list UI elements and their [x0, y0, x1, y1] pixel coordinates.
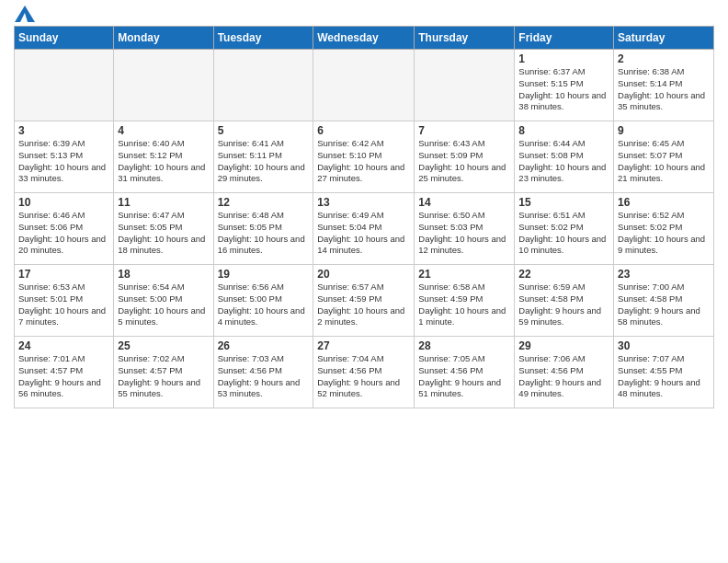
day-number: 22 [518, 268, 609, 281]
calendar-cell [415, 50, 515, 121]
day-number: 26 [218, 339, 310, 352]
calendar-cell: 1Sunrise: 6:37 AM Sunset: 5:15 PM Daylig… [515, 50, 614, 121]
calendar-cell: 10Sunrise: 6:46 AM Sunset: 5:06 PM Dayli… [15, 193, 114, 265]
weekday-thursday: Thursday [415, 27, 515, 50]
day-number: 21 [418, 268, 510, 281]
day-number: 5 [218, 124, 310, 137]
day-info: Sunrise: 6:50 AM Sunset: 5:03 PM Dayligh… [418, 210, 510, 257]
weekday-monday: Monday [114, 27, 213, 50]
weekday-sunday: Sunday [15, 27, 114, 50]
day-info: Sunrise: 6:49 AM Sunset: 5:04 PM Dayligh… [317, 210, 410, 257]
calendar-cell: 22Sunrise: 6:59 AM Sunset: 4:58 PM Dayli… [515, 265, 614, 337]
day-info: Sunrise: 6:56 AM Sunset: 5:00 PM Dayligh… [218, 282, 310, 328]
calendar-cell: 20Sunrise: 6:57 AM Sunset: 4:59 PM Dayli… [313, 265, 415, 337]
day-info: Sunrise: 6:46 AM Sunset: 5:06 PM Dayligh… [18, 210, 109, 257]
calendar-cell: 6Sunrise: 6:42 AM Sunset: 5:10 PM Daylig… [313, 121, 415, 193]
calendar-cell: 23Sunrise: 7:00 AM Sunset: 4:58 PM Dayli… [614, 265, 714, 337]
calendar-week-5: 24Sunrise: 7:01 AM Sunset: 4:57 PM Dayli… [15, 337, 714, 408]
calendar-cell [15, 50, 114, 121]
calendar-cell: 27Sunrise: 7:04 AM Sunset: 4:56 PM Dayli… [313, 337, 415, 408]
calendar-cell: 5Sunrise: 6:41 AM Sunset: 5:11 PM Daylig… [213, 121, 313, 193]
day-info: Sunrise: 6:42 AM Sunset: 5:10 PM Dayligh… [317, 138, 410, 185]
calendar-cell: 28Sunrise: 7:05 AM Sunset: 4:56 PM Dayli… [415, 337, 515, 408]
day-number: 3 [18, 124, 109, 137]
calendar-cell [114, 50, 213, 121]
day-number: 23 [618, 268, 710, 281]
day-info: Sunrise: 7:05 AM Sunset: 4:56 PM Dayligh… [418, 353, 510, 400]
header [14, 9, 714, 18]
calendar-cell: 16Sunrise: 6:52 AM Sunset: 5:02 PM Dayli… [614, 193, 714, 265]
day-info: Sunrise: 6:44 AM Sunset: 5:08 PM Dayligh… [518, 138, 609, 185]
day-number: 2 [618, 52, 710, 65]
weekday-wednesday: Wednesday [313, 27, 415, 50]
calendar-cell: 18Sunrise: 6:54 AM Sunset: 5:00 PM Dayli… [114, 265, 213, 337]
day-info: Sunrise: 7:07 AM Sunset: 4:55 PM Dayligh… [618, 353, 710, 400]
day-info: Sunrise: 7:06 AM Sunset: 4:56 PM Dayligh… [518, 353, 609, 400]
day-number: 24 [18, 339, 109, 352]
day-number: 7 [418, 124, 510, 137]
day-number: 30 [618, 339, 710, 352]
calendar-cell [313, 50, 415, 121]
day-info: Sunrise: 6:59 AM Sunset: 4:58 PM Dayligh… [518, 282, 609, 328]
day-number: 29 [518, 339, 609, 352]
day-number: 25 [118, 339, 209, 352]
day-number: 17 [18, 268, 109, 281]
day-number: 15 [518, 196, 609, 209]
calendar-cell: 30Sunrise: 7:07 AM Sunset: 4:55 PM Dayli… [614, 337, 714, 408]
day-info: Sunrise: 7:00 AM Sunset: 4:58 PM Dayligh… [618, 282, 710, 328]
calendar-cell: 25Sunrise: 7:02 AM Sunset: 4:57 PM Dayli… [114, 337, 213, 408]
calendar-cell: 7Sunrise: 6:43 AM Sunset: 5:09 PM Daylig… [415, 121, 515, 193]
calendar-cell: 17Sunrise: 6:53 AM Sunset: 5:01 PM Dayli… [15, 265, 114, 337]
calendar-week-4: 17Sunrise: 6:53 AM Sunset: 5:01 PM Dayli… [15, 265, 714, 337]
day-info: Sunrise: 6:51 AM Sunset: 5:02 PM Dayligh… [518, 210, 609, 257]
day-info: Sunrise: 6:48 AM Sunset: 5:05 PM Dayligh… [218, 210, 310, 257]
day-number: 16 [618, 196, 710, 209]
day-info: Sunrise: 6:52 AM Sunset: 5:02 PM Dayligh… [618, 210, 710, 257]
day-number: 13 [317, 196, 410, 209]
calendar-cell: 21Sunrise: 6:58 AM Sunset: 4:59 PM Dayli… [415, 265, 515, 337]
day-info: Sunrise: 6:54 AM Sunset: 5:00 PM Dayligh… [118, 282, 209, 328]
calendar-cell: 3Sunrise: 6:39 AM Sunset: 5:13 PM Daylig… [15, 121, 114, 193]
calendar-cell: 19Sunrise: 6:56 AM Sunset: 5:00 PM Dayli… [213, 265, 313, 337]
calendar-table: SundayMondayTuesdayWednesdayThursdayFrid… [14, 26, 714, 408]
calendar-week-1: 1Sunrise: 6:37 AM Sunset: 5:15 PM Daylig… [15, 50, 714, 121]
calendar-week-2: 3Sunrise: 6:39 AM Sunset: 5:13 PM Daylig… [15, 121, 714, 193]
day-info: Sunrise: 6:43 AM Sunset: 5:09 PM Dayligh… [418, 138, 510, 185]
day-info: Sunrise: 6:41 AM Sunset: 5:11 PM Dayligh… [218, 138, 310, 185]
calendar-cell: 11Sunrise: 6:47 AM Sunset: 5:05 PM Dayli… [114, 193, 213, 265]
calendar-cell: 9Sunrise: 6:45 AM Sunset: 5:07 PM Daylig… [614, 121, 714, 193]
day-info: Sunrise: 6:37 AM Sunset: 5:15 PM Dayligh… [518, 66, 609, 113]
day-number: 4 [118, 124, 209, 137]
day-number: 10 [18, 196, 109, 209]
day-info: Sunrise: 6:45 AM Sunset: 5:07 PM Dayligh… [618, 138, 710, 185]
weekday-saturday: Saturday [614, 27, 714, 50]
calendar-cell: 4Sunrise: 6:40 AM Sunset: 5:12 PM Daylig… [114, 121, 213, 193]
day-number: 8 [518, 124, 609, 137]
day-number: 12 [218, 196, 310, 209]
calendar-cell: 12Sunrise: 6:48 AM Sunset: 5:05 PM Dayli… [213, 193, 313, 265]
calendar-cell: 29Sunrise: 7:06 AM Sunset: 4:56 PM Dayli… [515, 337, 614, 408]
day-number: 1 [518, 52, 609, 65]
day-number: 6 [317, 124, 410, 137]
day-info: Sunrise: 6:58 AM Sunset: 4:59 PM Dayligh… [418, 282, 510, 328]
calendar-cell: 26Sunrise: 7:03 AM Sunset: 4:56 PM Dayli… [213, 337, 313, 408]
calendar-cell: 14Sunrise: 6:50 AM Sunset: 5:03 PM Dayli… [415, 193, 515, 265]
weekday-header-row: SundayMondayTuesdayWednesdayThursdayFrid… [15, 27, 714, 50]
day-number: 9 [618, 124, 710, 137]
day-info: Sunrise: 6:38 AM Sunset: 5:14 PM Dayligh… [618, 66, 710, 113]
day-info: Sunrise: 6:57 AM Sunset: 4:59 PM Dayligh… [317, 282, 410, 328]
calendar-cell: 24Sunrise: 7:01 AM Sunset: 4:57 PM Dayli… [15, 337, 114, 408]
page-container: SundayMondayTuesdayWednesdayThursdayFrid… [0, 0, 728, 413]
logo-icon [15, 6, 35, 22]
day-info: Sunrise: 6:40 AM Sunset: 5:12 PM Dayligh… [118, 138, 209, 185]
weekday-friday: Friday [515, 27, 614, 50]
day-number: 14 [418, 196, 510, 209]
calendar-cell: 13Sunrise: 6:49 AM Sunset: 5:04 PM Dayli… [313, 193, 415, 265]
day-number: 20 [317, 268, 410, 281]
calendar-cell [213, 50, 313, 121]
logo [14, 9, 35, 18]
weekday-tuesday: Tuesday [213, 27, 313, 50]
day-number: 11 [118, 196, 209, 209]
day-info: Sunrise: 7:03 AM Sunset: 4:56 PM Dayligh… [218, 353, 310, 400]
day-info: Sunrise: 6:39 AM Sunset: 5:13 PM Dayligh… [18, 138, 109, 185]
